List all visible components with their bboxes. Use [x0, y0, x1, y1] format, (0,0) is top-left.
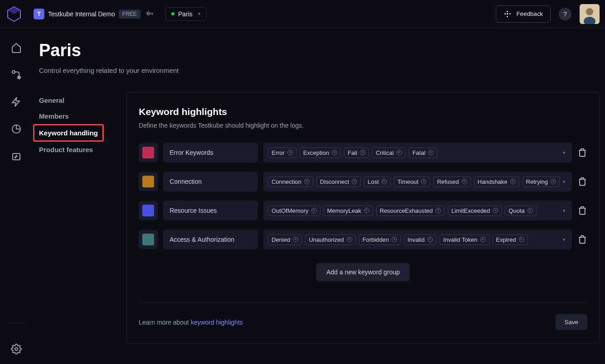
nav-triggers-icon[interactable] [10, 96, 22, 108]
delete-group-button[interactable] [577, 148, 587, 158]
plan-badge: FREE [119, 10, 140, 19]
nav-workflows-icon[interactable] [10, 69, 22, 81]
remove-tag-icon[interactable]: ✕ [510, 179, 516, 184]
org-badge: T [34, 9, 44, 19]
nav-home-icon[interactable] [10, 42, 22, 53]
keyword-tag-label: Connection [271, 178, 301, 185]
nav-status-icon[interactable] [10, 150, 22, 162]
remove-tag-icon[interactable]: ✕ [347, 237, 352, 242]
chevron-down-icon[interactable]: ▾ [563, 179, 567, 185]
group-name-input[interactable]: Error Keywords [163, 143, 258, 163]
remove-tag-icon[interactable]: ✕ [427, 237, 433, 242]
save-button[interactable]: Save [556, 314, 587, 330]
env-selector[interactable]: Paris ▾ [165, 7, 207, 21]
remove-tag-icon[interactable]: ✕ [480, 237, 486, 242]
group-name-input[interactable]: Connection [163, 172, 258, 192]
remove-tag-icon[interactable]: ✕ [304, 179, 310, 184]
chevron-down-icon[interactable]: ▾ [563, 237, 567, 243]
remove-tag-icon[interactable]: ✕ [551, 179, 556, 184]
remove-tag-icon[interactable]: ✕ [382, 179, 387, 184]
subnav-item-product-features[interactable]: Product features [39, 142, 113, 158]
subnav-item-general[interactable]: General [39, 92, 113, 108]
remove-tag-icon[interactable]: ✕ [311, 208, 317, 213]
keyword-tag-label: Exception [303, 149, 329, 156]
group-name-input[interactable]: Access & Authorization [163, 230, 258, 249]
keyword-tag-label: OutOfMemory [271, 207, 309, 214]
keyword-tag: Invalid✕ [404, 235, 436, 245]
remove-tag-icon[interactable]: ✕ [392, 237, 397, 242]
remove-tag-icon[interactable]: ✕ [293, 237, 298, 242]
color-swatch[interactable] [139, 143, 158, 162]
keyword-tag: Disconnect✕ [316, 177, 361, 187]
keyword-tags-input[interactable]: Error✕Exception✕Fail✕Critical✕Fatal✕▾ [263, 143, 572, 163]
keyword-tag-label: Timeout [397, 178, 418, 185]
keyword-tag-label: Critical [376, 149, 394, 156]
remove-tag-icon[interactable]: ✕ [287, 150, 293, 155]
keyword-tag-label: Lost [368, 178, 379, 185]
group-name-input[interactable]: Resource Issues [163, 201, 258, 220]
keyword-tag: Exception✕ [300, 148, 341, 158]
keyword-tags-input[interactable]: OutOfMemory✕MemoryLeak✕ResourceExhausted… [263, 201, 572, 220]
remove-tag-icon[interactable]: ✕ [352, 179, 357, 184]
org-selector[interactable]: T Testkube Internal Demo FREE �▾ [31, 7, 156, 21]
keyword-tag: Retrying✕ [523, 177, 560, 187]
remove-tag-icon[interactable]: ✕ [462, 179, 467, 184]
delete-group-button[interactable] [577, 177, 587, 187]
page-title: Paris [39, 41, 605, 60]
panel-subtitle: Define the keywords Testkube should high… [139, 122, 587, 129]
subnav-item-keyword-handling[interactable]: Keyword handling [33, 124, 104, 142]
keyword-tags-input[interactable]: Connection✕Disconnect✕Lost✕Timeout✕Refus… [263, 172, 572, 192]
remove-tag-icon[interactable]: ✕ [397, 150, 402, 155]
learn-more-link[interactable]: keyword highlights [191, 319, 243, 326]
keyword-tag: Error✕ [268, 148, 296, 158]
keyword-tag-label: Expired [496, 236, 516, 243]
remove-tag-icon[interactable]: ✕ [519, 237, 524, 242]
svg-point-8 [586, 8, 593, 15]
color-swatch[interactable] [139, 172, 158, 191]
svg-point-10 [12, 71, 15, 73]
add-keyword-group-button[interactable]: Add a new keyword group [316, 263, 410, 281]
user-avatar[interactable] [580, 4, 600, 24]
chevron-down-icon[interactable]: ▾ [563, 150, 567, 156]
remove-tag-icon[interactable]: ✕ [493, 208, 498, 213]
keyword-tag-label: Handshake [478, 178, 508, 185]
delete-group-button[interactable] [577, 235, 587, 244]
status-dot-icon [171, 12, 174, 15]
delete-group-button[interactable] [577, 206, 587, 216]
help-icon[interactable]: ? [559, 8, 571, 20]
chevron-down-icon[interactable]: ▾ [563, 208, 567, 214]
remove-tag-icon[interactable]: ✕ [528, 208, 533, 213]
keyword-tag-label: Fail [348, 149, 357, 156]
app-logo[interactable] [5, 5, 23, 23]
keyword-tag: Fatal✕ [409, 148, 437, 158]
remove-tag-icon[interactable]: ✕ [436, 208, 441, 213]
remove-tag-icon[interactable]: ✕ [428, 150, 434, 155]
keyword-tag-label: LimitExceeded [451, 207, 490, 214]
keyword-tag-label: MemoryLeak [327, 207, 361, 214]
env-name: Paris [178, 10, 193, 18]
panel-title: Keyword highlights [139, 106, 587, 117]
remove-tag-icon[interactable]: ✕ [421, 179, 426, 184]
nav-settings-icon[interactable] [10, 343, 22, 355]
keyword-tag: MemoryLeak✕ [324, 206, 373, 216]
svg-point-12 [19, 77, 19, 78]
nav-insights-icon[interactable] [10, 123, 22, 135]
keyword-tag: Invalid Token✕ [440, 235, 489, 245]
keyword-tag-label: Invalid Token [443, 236, 478, 243]
svg-marker-1 [8, 7, 20, 14]
feedback-button[interactable]: Feedback [496, 5, 551, 23]
subnav-item-members[interactable]: Members [39, 108, 113, 124]
remove-tag-icon[interactable]: ✕ [364, 208, 369, 213]
keyword-tag-label: Fatal [412, 149, 426, 156]
keyword-tag: Timeout✕ [394, 177, 430, 187]
color-swatch[interactable] [139, 230, 158, 249]
keyword-tags-input[interactable]: Denied✕Unauthorized✕Forbidden✕Invalid✕In… [263, 230, 572, 249]
keyword-tag: Fail✕ [344, 148, 369, 158]
chevron-down-icon: ▾ [198, 11, 201, 17]
remove-tag-icon[interactable]: ✕ [360, 150, 365, 155]
remove-tag-icon[interactable]: ✕ [332, 150, 337, 155]
color-swatch[interactable] [139, 201, 158, 220]
keyword-tag: Lost✕ [364, 177, 391, 187]
keyword-tag-label: Invalid [407, 236, 425, 243]
svg-rect-3 [507, 11, 508, 12]
